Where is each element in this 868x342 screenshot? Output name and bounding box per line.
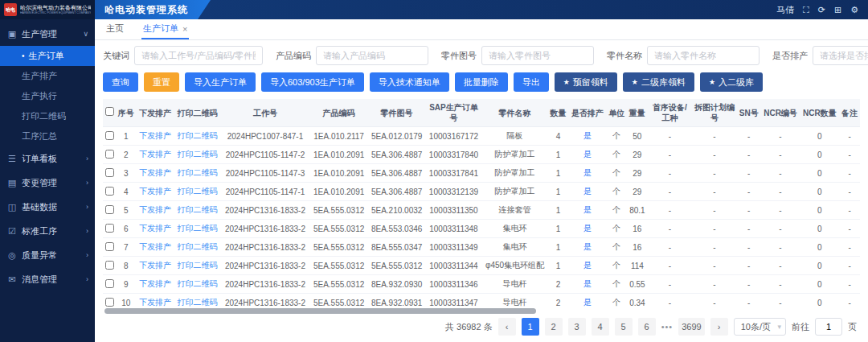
cell-checkbox (103, 220, 116, 238)
dispatch-link[interactable]: 下发排产 (139, 242, 171, 251)
row-checkbox[interactable] (105, 279, 114, 288)
next-page-icon[interactable]: › (710, 318, 728, 336)
sidebar-group-quality-exception[interactable]: ◎ 质量异常 › (0, 243, 95, 267)
print-qr-link[interactable]: 打印二维码 (178, 224, 218, 233)
cell-first-device: - (648, 127, 693, 146)
print-qr-link[interactable]: 打印二维码 (178, 168, 218, 177)
reset-button[interactable]: 重置 (144, 72, 179, 92)
cell-part-no: 5EA.210.0032 (368, 201, 426, 220)
sidebar-group-standard-process[interactable]: ☑ 标准工序 › (0, 219, 95, 243)
cell-ncr-qty: 0 (800, 257, 839, 275)
cell-print-qr: 打印二维码 (174, 257, 221, 275)
jump-page-input[interactable] (815, 318, 842, 336)
horizontal-scrollbar-thumb[interactable] (104, 308, 536, 314)
dispatch-link[interactable]: 下发排产 (139, 261, 171, 270)
part-name-input[interactable] (647, 46, 760, 65)
close-tab-icon[interactable]: × (182, 24, 187, 34)
sidebar-group-change-mgmt[interactable]: ▤ 变更管理 › (0, 171, 95, 195)
tab-production-order[interactable]: 生产订单 × (141, 19, 189, 39)
cell-ncr-qty: 0 (800, 183, 839, 201)
sidebar-group-base-data[interactable]: ◫ 基础数据 › (0, 195, 95, 219)
sidebar-item-production-order[interactable]: • 生产订单 (0, 46, 95, 66)
print-qr-link[interactable]: 打印二维码 (178, 242, 218, 251)
search-button[interactable]: 查询 (103, 72, 138, 92)
row-checkbox[interactable] (105, 261, 114, 270)
row-checkbox[interactable] (105, 168, 114, 177)
print-qr-link[interactable]: 打印二维码 (178, 261, 218, 270)
cell-qty: 1 (548, 183, 569, 201)
print-qr-link[interactable]: 打印二维码 (178, 279, 218, 288)
cell-part-name: 防护罩加工 (481, 183, 547, 201)
prev-page-icon[interactable]: ‹ (498, 318, 516, 336)
print-qr-link[interactable]: 打印二维码 (178, 187, 218, 196)
sidebar-item-production-execution[interactable]: 生产执行 (0, 86, 95, 106)
row-checkbox[interactable] (105, 131, 114, 140)
company-name-en: HARBIN ELECTRIC POWER EQUIPMENT COMPANY … (20, 11, 84, 14)
cell-first-device: - (648, 220, 693, 238)
fullscreen-icon[interactable]: ⛶ (803, 5, 809, 15)
product-code-input[interactable] (316, 46, 428, 65)
dispatch-link[interactable]: 下发排产 (139, 224, 171, 233)
dispatch-link[interactable]: 下发排产 (139, 150, 171, 159)
keyword-label: 关键词 (103, 50, 129, 62)
cell-print-qr: 打印二维码 (174, 275, 221, 294)
page-button-4[interactable]: 4 (592, 318, 609, 336)
export-button[interactable]: 导出 (514, 72, 549, 92)
username[interactable]: 马倩 (776, 4, 794, 16)
print-qr-link[interactable]: 打印二维码 (178, 205, 218, 214)
page-size-select[interactable]: 10条/页 ▾ (734, 318, 786, 336)
secondary-store-picking-button[interactable]: ★ 二级库领料 (623, 72, 694, 92)
import-603-903-order-button[interactable]: 导入603/903生产订单 (261, 72, 364, 92)
dispatch-link[interactable]: 下发排产 (139, 298, 171, 307)
sidebar-group-message-mgmt[interactable]: ✉ 消息管理 › (0, 267, 95, 291)
import-tech-notice-button[interactable]: 导入技术通知单 (370, 72, 449, 92)
page-button-last[interactable]: 3699 (678, 318, 704, 336)
keyword-input[interactable] (134, 46, 263, 65)
batch-delete-button[interactable]: 批量删除 (455, 72, 508, 92)
grid-icon[interactable]: ⊞ (834, 5, 841, 15)
select-all-checkbox[interactable] (105, 107, 114, 116)
dispatch-link[interactable]: 下发排产 (139, 187, 171, 196)
sidebar-item-print-qrcode[interactable]: 打印二维码 (0, 106, 95, 126)
schedule-select[interactable]: 请选择是否排产 ▾ (813, 46, 868, 65)
sidebar-group-order-board[interactable]: ☰ 订单看板 › (0, 146, 95, 171)
row-checkbox[interactable] (105, 205, 114, 214)
row-checkbox[interactable] (105, 187, 114, 196)
more-pages-icon[interactable]: ••• (661, 322, 674, 332)
part-no-input[interactable] (481, 46, 594, 65)
dispatch-link[interactable]: 下发排产 (139, 168, 171, 177)
cell-sn: - (737, 127, 761, 146)
reserve-picking-button[interactable]: ★ 预留领料 (555, 72, 617, 92)
row-checkbox[interactable] (105, 298, 114, 307)
row-checkbox[interactable] (105, 224, 114, 233)
dispatch-link[interactable]: 下发排产 (139, 131, 171, 140)
sidebar-item-process-summary[interactable]: 工序汇总 (0, 126, 95, 146)
sidebar-item-production-scheduling[interactable]: 生产排产 (0, 66, 95, 86)
sidebar-group-production[interactable]: ▣ 生产管理 ∨ (0, 22, 95, 46)
chevron-right-icon: › (86, 203, 88, 211)
col-remark: 备注 (839, 99, 860, 127)
dispatch-link[interactable]: 下发排产 (139, 279, 171, 288)
cell-seq: 8 (116, 257, 137, 275)
row-checkbox[interactable] (105, 150, 114, 159)
page-button-6[interactable]: 6 (638, 318, 656, 336)
cell-qty: 1 (548, 238, 569, 257)
base-data-icon: ◫ (6, 202, 18, 212)
into-secondary-store-button[interactable]: ★ 入二级库 (700, 72, 763, 92)
page-button-3[interactable]: 3 (568, 318, 586, 336)
page-button-5[interactable]: 5 (615, 318, 633, 336)
print-qr-link[interactable]: 打印二维码 (178, 150, 218, 159)
print-qr-link[interactable]: 打印二维码 (178, 131, 218, 140)
page-button-2[interactable]: 2 (545, 318, 563, 336)
page-button-1[interactable]: 1 (522, 318, 539, 336)
row-checkbox[interactable] (105, 242, 114, 251)
print-qr-link[interactable]: 打印二维码 (178, 298, 218, 307)
import-production-order-button[interactable]: 导入生产订单 (185, 72, 256, 92)
settings-gear-icon[interactable]: ⚙ (850, 5, 858, 15)
tab-home[interactable]: 主页 (104, 19, 125, 39)
cell-product-code: 5EA.555.0312 (310, 257, 368, 275)
refresh-icon[interactable]: ⟳ (818, 5, 825, 15)
dispatch-link[interactable]: 下发排产 (139, 205, 171, 214)
cell-print-qr: 打印二维码 (174, 127, 221, 146)
cell-part-name: 导电杆 (481, 275, 547, 294)
